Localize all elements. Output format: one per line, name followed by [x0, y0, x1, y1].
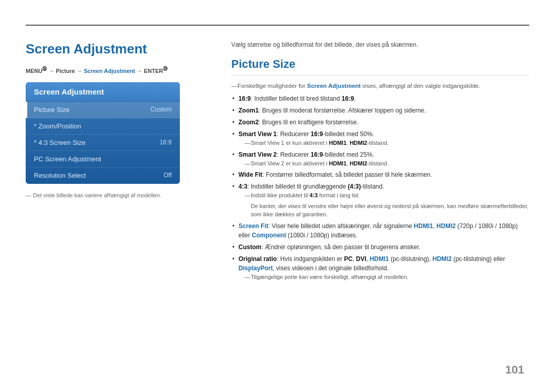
sub-note-sv1: Smart View 1 er kun aktiveret i HDMI1, H…	[238, 139, 529, 147]
menu-item-43-screen-size[interactable]: * 4:3 Screen Size 16:9	[26, 135, 180, 151]
menu-item-value: Off	[163, 172, 172, 179]
list-item-169: 16:9: Indstiller billedet til bred tilst…	[231, 94, 529, 103]
list-item-wide-fit: Wide Fit: Forstørrer billedformatet, så …	[231, 170, 529, 179]
menu-item-label: Picture Size	[34, 106, 69, 114]
menu-item-label: Resolution Select	[34, 172, 86, 179]
breadcrumb-highlight: Screen Adjustment	[84, 68, 135, 74]
list-item-zoom1: Zoom1: Bruges til moderat forstørrelse. …	[231, 106, 529, 115]
list-item-43: 4:3: Indstiller billedet til grundlæggen…	[231, 182, 529, 219]
sub-note-sv2: Smart View 2 er kun aktiveret i HDMI1, H…	[238, 159, 529, 168]
menu-header: Screen Adjustment	[26, 82, 180, 102]
page-number: 101	[505, 363, 524, 377]
menu-item-label: PC Screen Adjustment	[34, 155, 101, 163]
top-note: Forskellige muligheder for Screen Adjust…	[231, 83, 529, 89]
list-item-screen-fit: Screen Fit: Viser hele billedet uden afs…	[231, 221, 529, 240]
feature-list: 16:9: Indstiller billedet til bred tilst…	[231, 94, 529, 281]
intro-text: Vælg størrelse og billedformat for det b…	[231, 41, 529, 48]
sub-note-original-ratio: Tilgængelige porte kan være forskelligt,…	[238, 273, 529, 282]
left-column: Screen Adjustment MENU㊱ → Picture → Scre…	[26, 41, 216, 198]
screen-adjustment-menu: Screen Adjustment Picture Size Custom * …	[26, 82, 180, 184]
list-item-smart-view-1: Smart View 1: Reducerer 16:9-billedet me…	[231, 129, 529, 147]
menu-item-resolution-select[interactable]: Resolution Select Off	[26, 167, 180, 184]
page-title: Screen Adjustment	[26, 41, 216, 57]
section-title: Picture Size	[231, 58, 529, 76]
menu-item-picture-size[interactable]: Picture Size Custom	[26, 102, 180, 118]
left-footnote: — Det viste billede kan variere afhængig…	[26, 192, 216, 198]
list-item-custom: Custom: Ændrer opløsningen, så den passe…	[231, 242, 529, 252]
list-item-original-ratio: Original ratio: Hvis indgangskilden er P…	[231, 254, 529, 282]
menu-item-pc-screen-adjustment[interactable]: PC Screen Adjustment	[26, 151, 180, 167]
sub-note-43b: De kanter, der vises til venstre eller h…	[238, 202, 529, 219]
list-item-smart-view-2: Smart View 2: Reducerer 16:9-billedet me…	[231, 150, 529, 168]
menu-item-zoom-position[interactable]: * Zoom/Position	[26, 118, 180, 135]
menu-item-value: 16:9	[160, 139, 172, 146]
menu-item-label: * Zoom/Position	[34, 122, 81, 130]
top-divider	[26, 25, 529, 26]
menu-item-value: Custom	[151, 106, 172, 113]
list-item-zoom2: Zoom2: Bruges til en kraftigere forstørr…	[231, 118, 529, 127]
menu-item-label: * 4:3 Screen Size	[34, 139, 85, 146]
breadcrumb: MENU㊱ → Picture → Screen Adjustment → EN…	[26, 66, 216, 74]
sub-note-43a: Indstil ikke produktet til 4:3 format i …	[238, 191, 529, 200]
right-column: Vælg størrelse og billedformat for det b…	[231, 41, 529, 284]
